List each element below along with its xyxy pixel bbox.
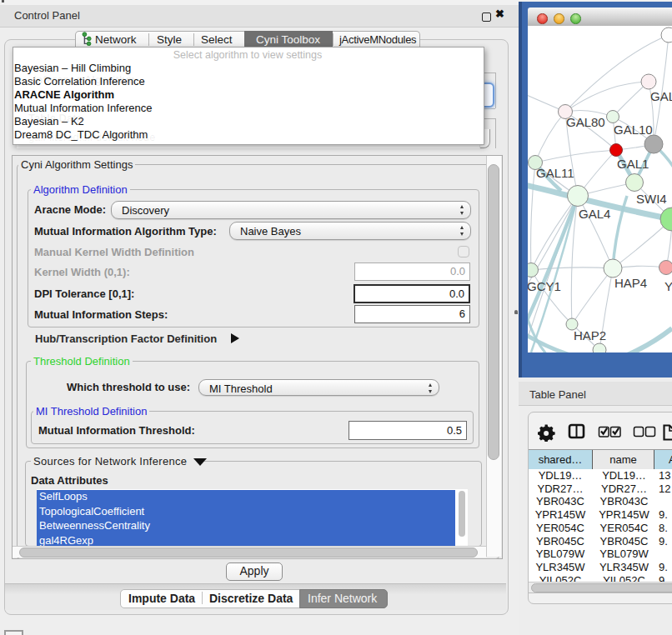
svg-text:HAP4: HAP4: [614, 276, 647, 290]
svg-text:GAL: GAL: [650, 89, 672, 103]
svg-text:GCY1: GCY1: [528, 279, 561, 293]
svg-text:GAL80: GAL80: [566, 115, 605, 129]
svg-text:GAL1: GAL1: [617, 157, 649, 171]
svg-text:Y: Y: [664, 279, 672, 293]
svg-text:GAL4: GAL4: [579, 207, 610, 221]
svg-text:GAL11: GAL11: [536, 166, 574, 180]
svg-text:GAL10: GAL10: [614, 122, 653, 137]
svg-text:SWI4: SWI4: [636, 192, 667, 206]
svg-text:HAP2: HAP2: [574, 328, 606, 342]
